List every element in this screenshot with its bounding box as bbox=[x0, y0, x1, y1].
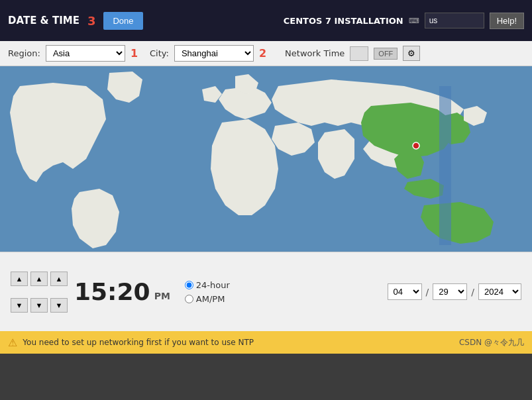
annotation-3: 3 bbox=[87, 14, 96, 28]
date-controls: 04010203 05060708 09101112 / 2901021530 … bbox=[388, 283, 521, 300]
spin-mid-row bbox=[11, 289, 68, 295]
city-label: City: bbox=[150, 48, 169, 58]
seconds-down-button[interactable]: ▼ bbox=[50, 298, 68, 313]
ampm-value: PM bbox=[154, 291, 170, 301]
format-24h-label: 24-hour bbox=[196, 280, 230, 290]
help-button[interactable]: Help! bbox=[490, 13, 524, 29]
month-select[interactable]: 04010203 05060708 09101112 bbox=[388, 283, 422, 300]
svg-rect-1 bbox=[439, 86, 451, 245]
minutes-value: 20 bbox=[117, 278, 150, 305]
year-select[interactable]: 202420232025 bbox=[478, 283, 521, 300]
date-sep-2: / bbox=[471, 287, 474, 297]
status-bar: ⚠ You need to set up networking first if… bbox=[0, 331, 532, 354]
format-ampm-radio[interactable] bbox=[185, 295, 193, 303]
region-select[interactable]: Asia Africa America Antarctica Arctic At… bbox=[46, 45, 125, 62]
keyboard-icon: ⌨ bbox=[409, 17, 419, 25]
day-select[interactable]: 2901021530 bbox=[433, 283, 467, 300]
toolbar: Region: Asia Africa America Antarctica A… bbox=[0, 41, 532, 66]
header-right: CENTOS 7 INSTALLATION ⌨ Help! bbox=[284, 13, 524, 29]
format-ampm-label: AM/PM bbox=[196, 294, 225, 304]
annotation-1: 1 bbox=[131, 47, 138, 60]
time-spinners: ▲ ▲ ▲ ▼ ▼ ▼ bbox=[11, 272, 68, 313]
csdn-watermark: CSDN @々令九几 bbox=[459, 337, 524, 348]
format-24h-option[interactable]: 24-hour bbox=[185, 280, 230, 290]
city-select[interactable]: Shanghai Beijing Tokyo Seoul Singapore H… bbox=[174, 45, 254, 62]
format-ampm-option[interactable]: AM/PM bbox=[185, 294, 230, 304]
format-24h-radio[interactable] bbox=[185, 281, 193, 289]
header: DATE & TIME 3 Done CENTOS 7 INSTALLATION… bbox=[0, 0, 532, 41]
bottom-controls: ▲ ▲ ▲ ▼ ▼ ▼ 15 : 20 PM 24-hour AM/PM 040… bbox=[0, 252, 532, 331]
network-time-label: Network Time bbox=[285, 48, 345, 58]
gear-button[interactable]: ⚙ bbox=[403, 46, 420, 61]
location-marker[interactable] bbox=[413, 142, 419, 149]
centos-title: CENTOS 7 INSTALLATION bbox=[284, 16, 403, 26]
done-button[interactable]: Done bbox=[103, 12, 142, 30]
network-time-toggle[interactable]: OFF bbox=[374, 48, 398, 60]
hours-value: 15 bbox=[74, 278, 107, 305]
time-format: 24-hour AM/PM bbox=[185, 280, 230, 304]
world-map[interactable] bbox=[0, 66, 532, 252]
header-left: DATE & TIME 3 Done bbox=[8, 12, 143, 30]
map-container[interactable] bbox=[0, 66, 532, 252]
minutes-down-button[interactable]: ▼ bbox=[30, 298, 48, 313]
time-display: 15 : 20 PM bbox=[74, 278, 170, 305]
hours-down-button[interactable]: ▼ bbox=[11, 298, 28, 313]
spin-down-row: ▼ ▼ ▼ bbox=[11, 298, 68, 313]
network-time-switch-off bbox=[350, 46, 368, 61]
annotation-2: 2 bbox=[259, 47, 266, 60]
region-label: Region: bbox=[8, 48, 40, 58]
hours-up-button[interactable]: ▲ bbox=[11, 272, 28, 286]
status-message: You need to set up networking first if y… bbox=[23, 338, 454, 347]
page-title: DATE & TIME bbox=[8, 15, 80, 26]
date-sep-1: / bbox=[426, 287, 429, 297]
warning-icon: ⚠ bbox=[8, 336, 17, 349]
spin-up-row: ▲ ▲ ▲ bbox=[11, 272, 68, 286]
minutes-up-button[interactable]: ▲ bbox=[30, 272, 48, 286]
seconds-up-button[interactable]: ▲ bbox=[50, 272, 68, 286]
language-input[interactable] bbox=[425, 13, 484, 28]
time-colon: : bbox=[107, 278, 117, 305]
